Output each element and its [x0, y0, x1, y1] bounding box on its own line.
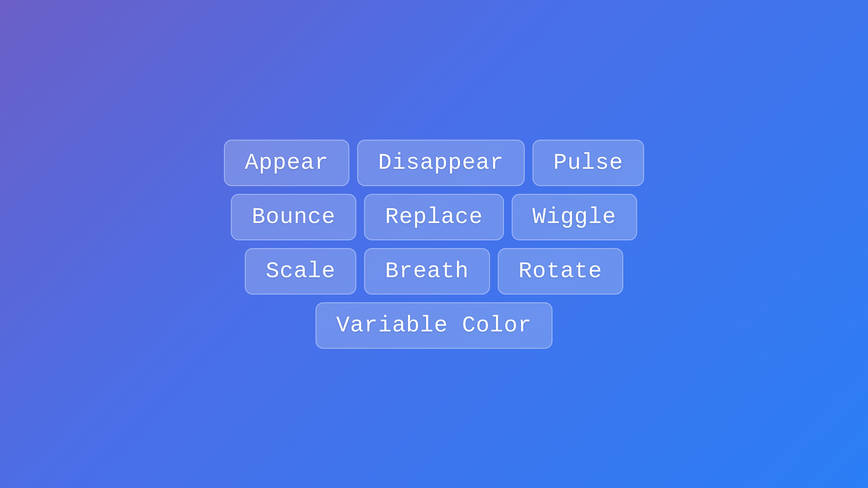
- variable-color-button[interactable]: Variable Color: [316, 302, 553, 349]
- replace-button[interactable]: Replace: [364, 194, 503, 240]
- button-row-4: Variable Color: [316, 302, 553, 349]
- rotate-button[interactable]: Rotate: [498, 248, 623, 295]
- button-row-2: Bounce Replace Wiggle: [231, 194, 637, 240]
- button-row-1: Appear Disappear Pulse: [224, 140, 644, 186]
- button-row-3: Scale Breath Rotate: [245, 248, 623, 295]
- animation-button-grid: Appear Disappear Pulse Bounce Replace Wi…: [224, 140, 644, 349]
- bounce-button[interactable]: Bounce: [231, 194, 356, 240]
- appear-button[interactable]: Appear: [224, 140, 349, 186]
- pulse-button[interactable]: Pulse: [533, 140, 644, 186]
- scale-button[interactable]: Scale: [245, 248, 356, 295]
- breath-button[interactable]: Breath: [364, 248, 490, 295]
- disappear-button[interactable]: Disappear: [357, 140, 525, 186]
- wiggle-button[interactable]: Wiggle: [512, 194, 637, 240]
